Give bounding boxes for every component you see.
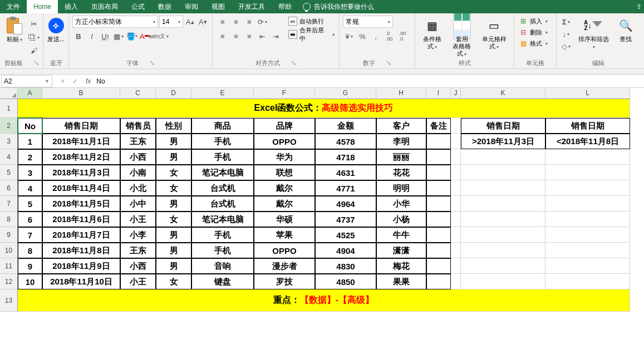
table-cell[interactable]: OPPO — [254, 243, 315, 258]
col-header-D[interactable]: D — [156, 88, 191, 99]
bluetooth-send-button[interactable]: ⟡ 发送... — [45, 16, 67, 44]
table-cell[interactable]: 2018年11月10日 — [42, 274, 120, 289]
table-cell[interactable]: 王东 — [120, 134, 156, 149]
table-cell[interactable] — [426, 149, 451, 165]
col-header-F[interactable]: F — [254, 88, 315, 99]
cell-styles-button[interactable]: ▭ 单元格样式 — [478, 16, 510, 51]
table-cell[interactable]: 4964 — [315, 196, 376, 212]
table-cell[interactable]: 华硕 — [254, 212, 315, 227]
table-cell[interactable]: 罗技 — [254, 274, 315, 289]
table-header[interactable]: 性别 — [156, 118, 191, 134]
table-cell[interactable]: 小王 — [120, 212, 156, 227]
table-cell[interactable]: 明明 — [376, 180, 426, 196]
table-cell[interactable]: 4578 — [315, 134, 376, 149]
col-header-H[interactable]: H — [376, 88, 426, 99]
table-cell[interactable]: 男 — [156, 149, 191, 165]
cell[interactable] — [461, 149, 545, 165]
increase-font-button[interactable]: A▴ — [184, 16, 196, 28]
cell[interactable] — [461, 227, 545, 243]
table-cell[interactable]: 7 — [18, 227, 42, 243]
table-cell[interactable]: 台式机 — [191, 196, 254, 212]
cell[interactable] — [451, 212, 461, 227]
sort-filter-button[interactable]: AZ↓ 排序和筛选 — [574, 16, 612, 51]
row-header-10[interactable]: 10 — [0, 243, 18, 258]
orientation-button[interactable]: ⟳ — [256, 16, 268, 28]
font-size-combobox[interactable]: 14▾ — [159, 16, 183, 28]
table-cell[interactable]: 李明 — [376, 134, 426, 149]
table-cell[interactable]: 键盘 — [191, 274, 254, 289]
fill-color-button[interactable]: 🪣▾ — [126, 30, 138, 42]
table-cell[interactable]: 手机 — [191, 134, 254, 149]
cell[interactable] — [451, 196, 461, 212]
row-header-2[interactable]: 2 — [0, 118, 18, 134]
font-name-combobox[interactable]: 方正小标宋简体▾ — [72, 16, 158, 28]
confirm-formula-button[interactable]: ✓ — [69, 75, 81, 87]
table-cell[interactable]: 丽丽 — [376, 149, 426, 165]
table-cell[interactable] — [426, 180, 451, 196]
table-cell[interactable]: 女 — [156, 165, 191, 180]
table-cell[interactable]: 4 — [18, 180, 42, 196]
decrease-font-button[interactable]: A▾ — [197, 16, 209, 28]
row-header-9[interactable]: 9 — [0, 227, 18, 243]
table-cell[interactable]: 4737 — [315, 212, 376, 227]
fill-button[interactable]: ↓ — [560, 28, 572, 40]
decrease-indent-button[interactable]: ⇤ — [256, 30, 268, 42]
tab-developer[interactable]: 开发工具 — [232, 0, 272, 13]
table-cell[interactable]: 小西 — [120, 149, 156, 165]
table-cell[interactable]: 戴尔 — [254, 196, 315, 212]
cell[interactable] — [451, 149, 461, 165]
cut-button[interactable] — [28, 18, 40, 30]
table-cell[interactable]: 小中 — [120, 196, 156, 212]
footer-banner[interactable]: 重点：【数据】-【高级】 — [18, 289, 630, 312]
table-cell[interactable]: 手机 — [191, 149, 254, 165]
table-header[interactable]: 商品 — [191, 118, 254, 134]
col-header-C[interactable]: C — [120, 88, 156, 99]
row-header-11[interactable]: 11 — [0, 258, 18, 274]
col-header-B[interactable]: B — [42, 88, 120, 99]
table-cell[interactable]: 4771 — [315, 180, 376, 196]
autosum-button[interactable] — [560, 16, 572, 28]
tab-formulas[interactable]: 公式 — [125, 0, 151, 13]
align-top-button[interactable]: ≡ — [216, 16, 228, 28]
align-bottom-button[interactable]: ≡ — [243, 16, 255, 28]
col-header-I[interactable]: I — [426, 88, 451, 99]
table-cell[interactable]: 小南 — [120, 165, 156, 180]
cell[interactable] — [451, 258, 461, 274]
table-cell[interactable]: 2018年11月6日 — [42, 212, 120, 227]
table-cell[interactable]: 9 — [18, 258, 42, 274]
table-cell[interactable] — [426, 134, 451, 149]
table-cell[interactable]: 2018年11月4日 — [42, 180, 120, 196]
cell[interactable] — [451, 180, 461, 196]
comma-button[interactable]: , — [370, 30, 382, 42]
border-button[interactable]: ▦ — [112, 30, 125, 42]
copy-button[interactable] — [28, 31, 40, 43]
wrap-text-button[interactable]: ab自动换行 — [287, 16, 336, 27]
table-cell[interactable] — [426, 196, 451, 212]
cell[interactable] — [451, 274, 461, 289]
table-cell[interactable]: 2 — [18, 149, 42, 165]
table-cell[interactable]: 笔记本电脑 — [191, 212, 254, 227]
row-header-8[interactable]: 8 — [0, 212, 18, 227]
table-header[interactable]: 客户 — [376, 118, 426, 134]
table-cell[interactable]: 华为 — [254, 149, 315, 165]
table-cell[interactable]: 男 — [156, 258, 191, 274]
table-header[interactable]: 销售员 — [120, 118, 156, 134]
table-cell[interactable]: 小西 — [120, 258, 156, 274]
underline-button[interactable]: U▾ — [99, 30, 111, 42]
increase-decimal-button[interactable]: .0.00 — [383, 30, 395, 42]
col-header-E[interactable]: E — [191, 88, 254, 99]
accounting-format-button[interactable]: ¥ — [343, 30, 355, 42]
table-header[interactable]: No — [18, 118, 42, 134]
row-header-13[interactable]: 13 — [0, 289, 18, 312]
number-expand-icon[interactable]: ⤡ — [386, 60, 391, 67]
number-format-combobox[interactable]: 常规▾ — [343, 16, 393, 28]
tab-insert[interactable]: 插入 — [58, 0, 85, 13]
table-cell[interactable]: 女 — [156, 180, 191, 196]
cell[interactable] — [451, 227, 461, 243]
align-center-button[interactable]: ≡ — [229, 30, 242, 42]
cell[interactable] — [451, 134, 461, 149]
insert-cells-button[interactable]: ⊞插入 — [518, 16, 549, 27]
col-header-G[interactable]: G — [315, 88, 376, 99]
percent-button[interactable]: % — [356, 30, 368, 42]
row-header-6[interactable]: 6 — [0, 180, 18, 196]
